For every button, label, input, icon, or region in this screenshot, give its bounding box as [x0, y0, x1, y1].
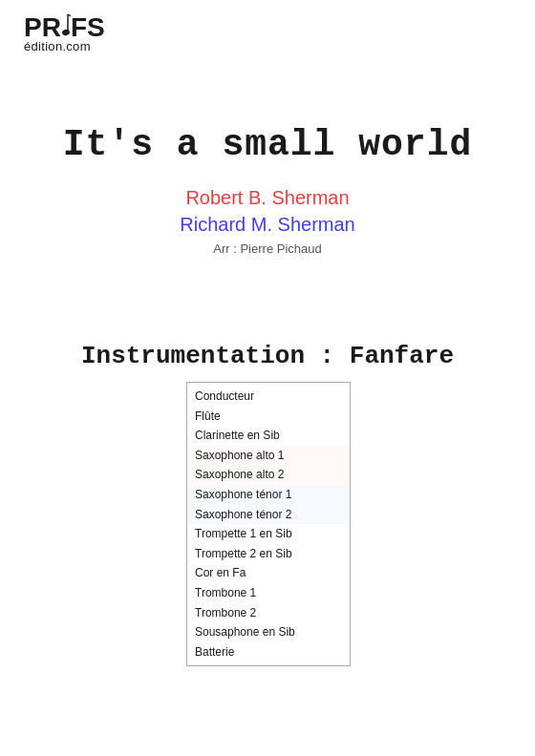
instrument-item[interactable]: Trompette 1 en Sib [187, 524, 350, 544]
instrument-item[interactable]: Flûte [187, 407, 350, 427]
instrument-list-box: ConducteurFlûteClarinette en SibSaxophon… [186, 382, 351, 666]
instrument-item[interactable]: Trombone 2 [187, 603, 350, 623]
instrument-item[interactable]: Saxophone ténor 2 [187, 505, 350, 525]
instrument-item[interactable]: Sousaphone en Sib [187, 622, 350, 642]
instrument-item[interactable]: Saxophone alto 2 [187, 465, 350, 485]
logo: PR FS édition.com [24, 14, 105, 53]
instrument-item[interactable]: Trombone 1 [187, 583, 350, 603]
instrument-item[interactable]: Trompette 2 en Sib [187, 544, 350, 564]
main-title: It's a small world [0, 124, 535, 165]
svg-point-2 [61, 29, 70, 36]
instrument-item[interactable]: Batterie [187, 642, 350, 662]
composer1: Robert B. Sherman [0, 184, 535, 211]
instrumentation-title: Instrumentation : Fanfare [81, 342, 454, 370]
instrumentation-heading: Instrumentation : Fanfare [0, 342, 535, 370]
music-note-icon [61, 12, 71, 39]
instrument-item[interactable]: Clarinette en Sib [187, 426, 350, 446]
composer2: Richard M. Sherman [0, 211, 535, 238]
title-section: It's a small world Robert B. Sherman Ric… [0, 124, 535, 256]
instrument-item[interactable]: Saxophone ténor 1 [187, 485, 350, 505]
instrument-item[interactable]: Cor en Fa [187, 563, 350, 583]
arranger: Arr : Pierre Pichaud [0, 242, 535, 256]
logo-profs: PR FS [24, 14, 105, 41]
instrument-item[interactable]: Conducteur [187, 387, 350, 407]
instrument-item[interactable]: Saxophone alto 1 [187, 446, 350, 466]
